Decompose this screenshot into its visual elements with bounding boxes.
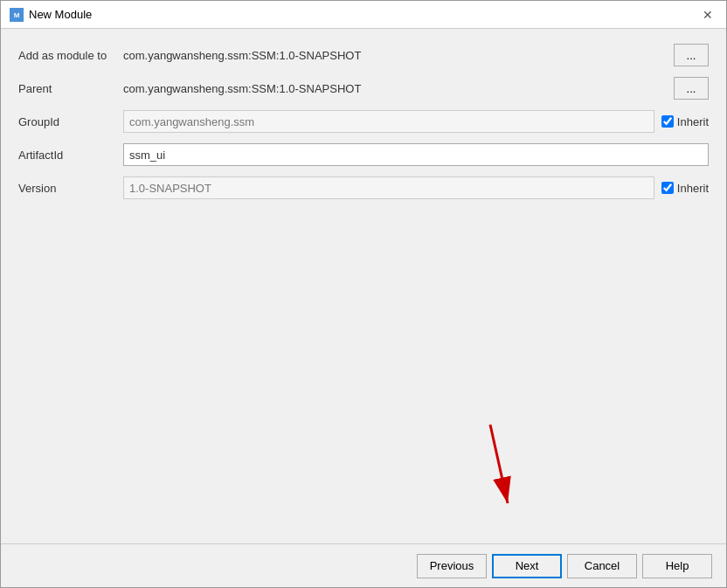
group-id-inherit-container: Inherit bbox=[661, 115, 709, 128]
parent-row: Parent com.yangwansheng.ssm:SSM:1.0-SNAP… bbox=[18, 76, 709, 100]
version-inherit-label: Inherit bbox=[677, 182, 709, 195]
dialog-icon: M bbox=[10, 8, 24, 22]
artifact-id-label: ArtifactId bbox=[18, 149, 123, 162]
artifact-id-row: ArtifactId bbox=[18, 142, 709, 167]
version-input[interactable] bbox=[123, 176, 654, 199]
group-id-label: GroupId bbox=[18, 115, 123, 128]
dialog-footer: Previous Next Cancel Help bbox=[1, 543, 726, 587]
version-inherit-container: Inherit bbox=[661, 182, 709, 195]
version-row: Version Inherit bbox=[18, 176, 709, 200]
cancel-button[interactable]: Cancel bbox=[567, 554, 637, 578]
help-button[interactable]: Help bbox=[642, 554, 712, 578]
version-inherit-checkbox[interactable] bbox=[661, 182, 674, 194]
title-bar-left: M New Module bbox=[10, 8, 92, 22]
version-label: Version bbox=[18, 182, 123, 195]
previous-button[interactable]: Previous bbox=[417, 554, 487, 578]
parent-value: com.yangwansheng.ssm:SSM:1.0-SNAPSHOT bbox=[123, 82, 667, 95]
add-as-module-row: Add as module to com.yangwansheng.ssm:SS… bbox=[18, 43, 709, 67]
dialog-title: New Module bbox=[29, 8, 92, 21]
title-bar: M New Module ✕ bbox=[1, 1, 726, 29]
artifact-id-input[interactable] bbox=[123, 143, 709, 166]
group-id-inherit-label: Inherit bbox=[677, 115, 709, 128]
main-area bbox=[18, 209, 709, 529]
group-id-row: GroupId Inherit bbox=[18, 109, 709, 134]
new-module-dialog: M New Module ✕ Add as module to com.yang… bbox=[0, 0, 727, 588]
parent-browse-button[interactable]: ... bbox=[674, 77, 709, 100]
form-content: Add as module to com.yangwansheng.ssm:SS… bbox=[1, 29, 726, 543]
close-button[interactable]: ✕ bbox=[698, 5, 717, 24]
red-arrow-indicator bbox=[464, 416, 534, 521]
svg-line-3 bbox=[490, 425, 508, 503]
add-as-module-value: com.yangwansheng.ssm:SSM:1.0-SNAPSHOT bbox=[123, 49, 667, 62]
svg-text:M: M bbox=[14, 11, 20, 19]
add-as-module-browse-button[interactable]: ... bbox=[674, 44, 709, 66]
add-as-module-label: Add as module to bbox=[18, 49, 123, 62]
group-id-input[interactable] bbox=[123, 110, 654, 133]
group-id-inherit-checkbox[interactable] bbox=[661, 115, 674, 128]
parent-label: Parent bbox=[18, 82, 123, 95]
next-button[interactable]: Next bbox=[492, 554, 562, 578]
